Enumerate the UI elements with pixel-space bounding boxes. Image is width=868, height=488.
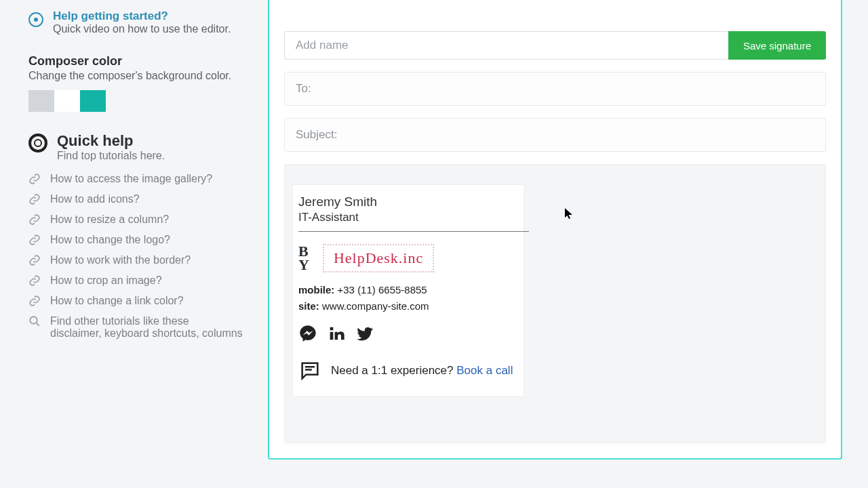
link-icon [28,274,41,287]
signature-preview-area[interactable]: Jeremy Smith IT-Assistant B Y HelpDesk.i… [284,164,826,443]
composer-color-heading: Composer color [28,54,252,68]
quick-link-search[interactable]: Find other tutorials like these disclaim… [28,311,252,344]
swatch-white[interactable] [54,90,80,112]
quick-link[interactable]: How to work with the border? [28,250,252,270]
signature-person-title: IT-Assistant [298,211,529,232]
composer-color-section: Composer color Change the composer's bac… [28,54,252,112]
signature-name-input[interactable] [284,31,728,60]
company-name[interactable]: HelpDesk.inc [323,244,434,272]
quick-help-header: Quick help Find top tutorials here. [28,132,252,162]
quick-link-label: How to change a link color? [50,295,184,307]
signature-person-name: Jeremy Smith [298,195,524,211]
quick-help-list: How to access the image gallery? How to … [28,169,252,344]
quick-link-label: How to access the image gallery? [50,173,212,185]
quick-link-label: How to resize a column? [50,214,169,226]
help-getting-started[interactable]: Help getting started? Quick video on how… [28,9,252,35]
swatch-gray[interactable] [28,90,54,112]
quick-help-heading: Quick help [57,132,165,150]
link-icon [28,295,41,307]
social-icons [298,324,524,343]
subject-label: Subject: [296,128,337,141]
composer-frame: Save signature To: Subject: Jeremy Smith… [268,0,842,460]
book-call-link[interactable]: Book a call [456,364,513,377]
cta-text: Need a 1:1 experience? Book a call [331,364,513,378]
quick-help-desc: Find top tutorials here. [57,150,165,162]
help-start-title: Help getting started? [53,9,231,23]
messenger-icon[interactable] [298,324,317,343]
link-icon [28,214,41,226]
color-swatches [28,90,252,112]
svg-point-0 [30,317,37,324]
to-field[interactable]: To: [284,72,826,106]
sidebar: Help getting started? Quick video on how… [0,0,268,488]
linkedin-icon[interactable] [327,324,346,343]
chat-icon [298,359,321,382]
main: Save signature To: Subject: Jeremy Smith… [268,0,868,488]
link-icon [28,193,41,205]
link-icon [28,173,41,185]
quick-link[interactable]: How to access the image gallery? [28,169,252,189]
signature-card[interactable]: Jeremy Smith IT-Assistant B Y HelpDesk.i… [293,185,524,396]
lightbulb-icon [28,12,43,27]
link-icon [28,254,41,266]
quick-link[interactable]: How to resize a column? [28,209,252,230]
quick-link[interactable]: How to change the logo? [28,230,252,250]
help-start-subtitle: Quick video on how to use the editor. [53,23,231,35]
quick-link[interactable]: How to add icons? [28,189,252,209]
logo-mark: B Y [298,245,309,272]
quick-link[interactable]: How to change a link color? [28,291,252,311]
to-label: To: [296,82,311,95]
quick-link-label: How to crop an image? [50,274,162,287]
cta-row: Need a 1:1 experience? Book a call [298,359,524,382]
contact-site: site: www.company-site.com [298,298,524,314]
save-signature-button[interactable]: Save signature [728,31,826,60]
twitter-icon[interactable] [355,324,374,343]
quick-link-label: How to add icons? [50,193,140,205]
quick-search-line: Find other tutorials like these [50,315,243,327]
composer-color-desc: Change the composer's background color. [28,70,252,82]
quick-link-label: How to work with the border? [50,254,191,266]
link-icon [28,234,41,246]
quick-search-sub: disclaimer, keyboard shortcuts, columns [50,327,243,340]
quick-link-label: How to change the logo? [50,234,170,246]
life-ring-icon [28,134,47,152]
quick-link[interactable]: How to crop an image? [28,270,252,291]
search-icon [28,315,41,327]
swatch-teal[interactable] [80,90,106,112]
contact-mobile: mobile: +33 (11) 6655-8855 [298,282,524,298]
signature-logo-row: B Y HelpDesk.inc [298,244,524,272]
subject-field[interactable]: Subject: [284,118,826,152]
